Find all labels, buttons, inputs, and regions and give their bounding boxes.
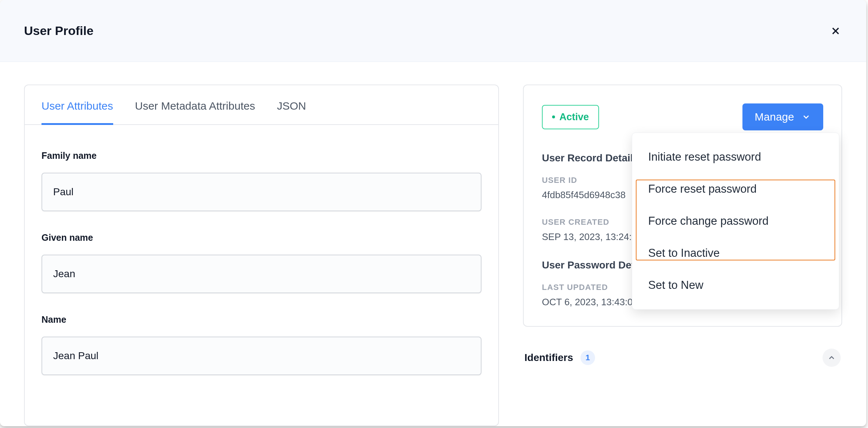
menu-force-reset-password[interactable]: Force reset password — [632, 173, 839, 205]
modal-container: User Profile User Attributes User Metada… — [0, 0, 866, 426]
label-given-name: Given name — [41, 232, 481, 243]
manage-button[interactable]: Manage — [742, 103, 823, 130]
status-badge-label: Active — [559, 111, 589, 123]
status-header-row: Active Manage — [542, 103, 823, 130]
identifiers-toggle-button[interactable] — [823, 349, 841, 367]
page-title: User Profile — [24, 24, 94, 38]
menu-set-to-new[interactable]: Set to New — [632, 269, 839, 301]
chevron-down-icon — [801, 112, 811, 122]
input-name[interactable] — [41, 337, 481, 375]
manage-button-label: Manage — [755, 111, 794, 123]
field-family-name: Family name — [41, 150, 481, 211]
tab-json[interactable]: JSON — [277, 100, 306, 125]
label-family-name: Family name — [41, 150, 481, 161]
field-name: Name — [41, 314, 481, 375]
chevron-up-icon — [827, 353, 836, 362]
modal-body: User Attributes User Metadata Attributes… — [0, 62, 866, 426]
identifiers-title: Identifiers — [524, 352, 573, 364]
identifiers-left: Identifiers 1 — [524, 350, 595, 365]
menu-initiate-reset-password[interactable]: Initiate reset password — [632, 141, 839, 173]
identifiers-row: Identifiers 1 — [523, 349, 842, 367]
menu-force-change-password[interactable]: Force change password — [632, 205, 839, 237]
menu-set-to-inactive[interactable]: Set to Inactive — [632, 237, 839, 269]
attributes-card: User Attributes User Metadata Attributes… — [24, 85, 499, 426]
label-name: Name — [41, 314, 481, 325]
status-card: Active Manage User Record Details USER I… — [523, 85, 842, 327]
tabs-row: User Attributes User Metadata Attributes… — [25, 85, 498, 125]
status-dot-icon — [552, 115, 555, 118]
close-button[interactable] — [828, 23, 844, 39]
input-family-name[interactable] — [41, 173, 481, 211]
identifiers-count-badge: 1 — [580, 350, 595, 365]
input-given-name[interactable] — [41, 255, 481, 293]
left-column: User Attributes User Metadata Attributes… — [24, 85, 499, 426]
form-area: Family name Given name Name — [25, 125, 498, 393]
status-badge: Active — [542, 105, 599, 129]
tab-user-metadata-attributes[interactable]: User Metadata Attributes — [135, 100, 255, 125]
field-given-name: Given name — [41, 232, 481, 293]
close-icon — [830, 25, 841, 37]
tab-user-attributes[interactable]: User Attributes — [41, 100, 113, 125]
right-column: Active Manage User Record Details USER I… — [523, 85, 842, 426]
modal-header: User Profile — [0, 0, 866, 62]
manage-dropdown: Initiate reset password Force reset pass… — [632, 133, 839, 310]
